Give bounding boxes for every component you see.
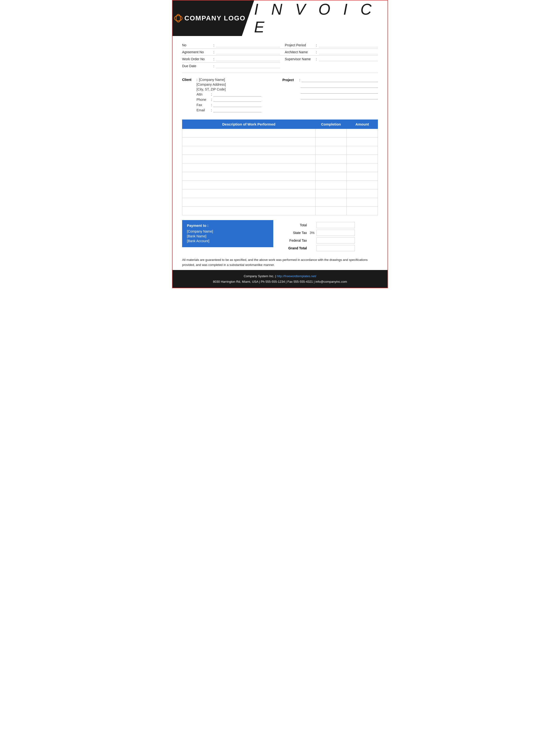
info-row-duedate: Due Date : [182,63,280,69]
state-tax-label: State Tax [280,231,309,235]
info-value-duedate[interactable] [216,64,280,68]
completion-cell[interactable] [316,189,347,198]
svg-point-0 [174,16,182,21]
desc-cell[interactable] [182,189,316,198]
payment-company[interactable]: [Company Name] [187,229,268,233]
totals-block: Total State Tax 3% Federal Tax Grand Tot… [273,220,378,251]
completion-cell[interactable] [316,146,347,155]
work-table-body [182,129,378,215]
col-header-description: Description of Work Performed [182,120,316,129]
amount-cell[interactable] [347,146,378,155]
info-right: Project Period : Architect Name : Superv… [280,42,378,69]
completion-cell[interactable] [316,198,347,207]
payment-bank[interactable]: [Bank Name] [187,234,268,238]
desc-cell[interactable] [182,138,316,146]
total-row: Total [280,222,378,228]
project-value-1[interactable] [302,78,378,82]
desc-cell[interactable] [182,207,316,215]
client-project-section: Client : [Company Name] [Company Address… [173,74,387,117]
completion-cell[interactable] [316,172,347,181]
client-phone-label: Phone [197,98,211,102]
client-company-address[interactable]: [Company Address] [197,83,226,86]
desc-cell[interactable] [182,129,316,138]
amount-cell[interactable] [347,163,378,172]
desc-cell[interactable] [182,163,316,172]
completion-cell[interactable] [316,207,347,215]
disclaimer-section: All materials are guaranteed to be as sp… [173,254,387,270]
info-row-agreement: Agreement No : [182,49,280,56]
client-attn-label: Attn [197,92,211,96]
table-row [182,129,378,138]
completion-cell[interactable] [316,163,347,172]
work-table-header: Description of Work Performed Completion… [182,120,378,129]
grand-total-value[interactable] [316,245,355,251]
completion-cell[interactable] [316,138,347,146]
footer: Company System Inc. | http://freewordtem… [173,270,387,288]
info-label-no: No [182,43,213,47]
table-row [182,172,378,181]
client-email-value[interactable] [213,108,261,112]
completion-cell[interactable] [316,155,347,163]
info-value-agreement[interactable] [216,50,280,54]
project-block: Project : [278,78,378,113]
info-value-no[interactable] [216,43,280,47]
completion-cell[interactable] [316,129,347,138]
desc-cell[interactable] [182,198,316,207]
amount-cell[interactable] [347,138,378,146]
invoice-title: I N V O I C E [254,0,378,36]
footer-website[interactable]: http://freewordtemplates.net/ [277,274,316,278]
client-company-name[interactable]: [Company Name] [199,78,225,82]
amount-cell[interactable] [347,129,378,138]
project-line-4[interactable] [301,95,378,99]
desc-cell[interactable] [182,181,316,189]
amount-cell[interactable] [347,207,378,215]
desc-cell[interactable] [182,155,316,163]
info-value-projectperiod[interactable] [319,43,378,47]
footer-line1: Company System Inc. | http://freewordtem… [177,273,383,279]
logo-text: COMPANY LOGO [174,14,246,23]
desc-cell[interactable] [182,146,316,155]
info-label-architect: Architect Name [285,50,316,54]
total-label: Total [280,223,309,227]
amount-cell[interactable] [347,181,378,189]
payment-title: Payment to : [187,223,268,228]
client-city-zip[interactable]: [City, ST, ZIP Code] [197,87,226,91]
client-block: Client : [Company Name] [Company Address… [182,78,278,113]
payment-block: Payment to : [Company Name] [Bank Name] … [182,220,273,247]
client-fax-label: Fax [197,103,211,107]
project-row-main: Project : [282,78,378,82]
client-fax-value[interactable] [213,103,261,107]
desc-cell[interactable] [182,172,316,181]
info-value-workorder[interactable] [216,57,280,61]
federal-tax-row: Federal Tax [280,237,378,244]
project-line-3[interactable] [301,89,378,94]
completion-cell[interactable] [316,181,347,189]
col-header-amount: Amount [347,120,378,129]
client-address-row: [Company Address] [182,83,278,86]
info-row-no: No : [182,42,280,49]
table-row [182,138,378,146]
state-tax-value[interactable] [316,230,355,236]
info-label-workorder: Work Order No [182,57,213,61]
info-value-supervisor[interactable] [319,57,378,61]
federal-tax-value[interactable] [316,237,355,244]
amount-cell[interactable] [347,189,378,198]
table-row [182,146,378,155]
info-section: No : Agreement No : Work Order No : Due … [173,36,387,72]
info-row-supervisor: Supervisor Name : [280,56,378,62]
client-phone-value[interactable] [213,97,261,102]
info-value-architect[interactable] [319,50,378,54]
table-row [182,181,378,189]
amount-cell[interactable] [347,172,378,181]
client-attn-row: Attn : [182,92,278,96]
invoice-title-block: I N V O I C E [254,0,387,36]
payment-account[interactable]: [Bank Account] [187,239,268,243]
amount-cell[interactable] [347,155,378,163]
info-row-architect: Architect Name : [280,49,378,56]
info-left: No : Agreement No : Work Order No : Due … [182,42,280,69]
total-value[interactable] [316,222,355,228]
client-attn-value[interactable] [213,92,261,96]
info-grid: No : Agreement No : Work Order No : Due … [182,42,378,69]
amount-cell[interactable] [347,198,378,207]
project-line-2[interactable] [301,84,378,88]
